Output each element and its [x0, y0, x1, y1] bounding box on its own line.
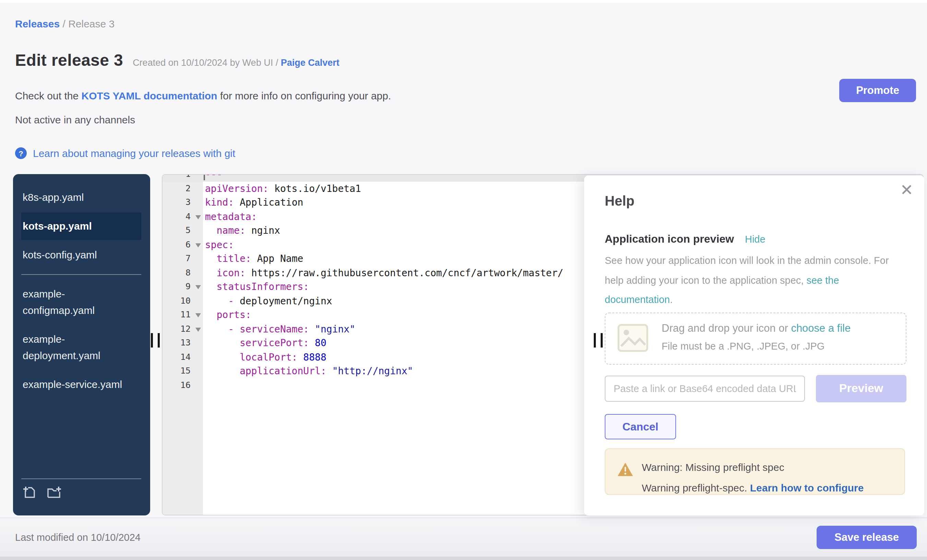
fold-arrow-icon[interactable]: [195, 215, 201, 219]
warning-title: Warning: Missing preflight spec: [642, 461, 784, 473]
file-tree-footer: [13, 478, 150, 516]
top-edge: [0, 0, 927, 3]
preflight-warning-banner: Warning: Missing preflight spec Warning …: [605, 448, 905, 495]
git-help-row: ? Learn about managing your releases wit…: [15, 147, 235, 159]
fold-arrow-icon[interactable]: [195, 327, 201, 331]
add-file-icon[interactable]: [23, 485, 37, 502]
file-tree-item-example-service.yaml[interactable]: example-service.yaml: [21, 371, 127, 398]
promote-button[interactable]: Promote: [839, 79, 916, 102]
title-row: Edit release 3Created on 10/10/2024 by W…: [15, 51, 339, 70]
breadcrumb: Releases / Release 3: [15, 18, 114, 29]
learn-how-to-configure-link[interactable]: Learn how to configure: [750, 482, 864, 493]
fold-arrow-icon[interactable]: [195, 243, 201, 247]
page-title: Edit release 3: [15, 51, 123, 69]
line-number: 7: [163, 252, 203, 266]
docs-hint-text: Check out the: [15, 90, 81, 102]
git-releases-link[interactable]: Learn about managing your releases with …: [33, 147, 235, 159]
choose-file-link[interactable]: choose a file: [791, 322, 851, 334]
file-tree-divider: [21, 274, 141, 275]
line-number: 2: [163, 181, 203, 195]
help-panel-title: Help: [605, 193, 635, 209]
fold-arrow-icon[interactable]: [195, 313, 201, 317]
question-mark-icon: ?: [15, 147, 27, 159]
line-number: 5: [163, 223, 203, 238]
save-release-button[interactable]: Save release: [817, 526, 917, 549]
image-placeholder-icon: [617, 323, 649, 355]
close-icon[interactable]: ✕: [900, 182, 913, 198]
created-text: Created on 10/10/2024 by Web UI /: [133, 58, 281, 68]
bottom-edge: [0, 557, 927, 560]
text-cursor: [204, 174, 205, 180]
warning-detail-text: Warning preflight-spec.: [642, 482, 750, 493]
file-tree-item-k8s-app.yaml[interactable]: k8s-app.yaml: [21, 184, 127, 211]
dropzone-file-hint: File must be a .PNG, .JPEG, or .JPG: [662, 341, 825, 352]
line-number: 9: [163, 280, 203, 294]
hide-link[interactable]: Hide: [745, 234, 766, 245]
icon-url-input[interactable]: [605, 376, 805, 402]
page: Releases / Release 3 Edit release 3Creat…: [0, 0, 927, 560]
warning-detail: Warning preflight-spec. Learn how to con…: [642, 482, 863, 493]
line-number: 8: [163, 266, 203, 280]
icon-preview-section-title: Application icon preview: [605, 233, 734, 245]
line-number: 1: [163, 174, 203, 181]
created-info: Created on 10/10/2024 by Web UI / Paige …: [133, 58, 339, 68]
description-period: .: [670, 294, 673, 305]
icon-dropzone[interactable]: Drag and drop your icon or choose a file…: [605, 313, 906, 365]
line-number: 12: [163, 322, 203, 336]
breadcrumb-current: Release 3: [68, 18, 114, 29]
channel-status: Not active in any channels: [15, 114, 135, 126]
line-number: 10: [163, 294, 203, 308]
dropzone-text: Drag and drop your icon or: [662, 322, 791, 334]
created-by-link[interactable]: Paige Calvert: [281, 58, 339, 68]
footer-bar: Last modified on 10/10/2024 Save release: [0, 518, 927, 560]
last-modified-text: Last modified on 10/10/2024: [15, 532, 141, 543]
file-tree-item-example-configmap.yaml[interactable]: example-configmap.yaml: [21, 280, 127, 324]
sidebar-resize-handle[interactable]: [151, 333, 160, 348]
file-tree-sidebar: k8s-app.yamlkots-app.yamlkots-config.yam…: [13, 174, 150, 516]
description-text: See how your application icon will look …: [605, 255, 889, 285]
file-list: k8s-app.yamlkots-app.yamlkots-config.yam…: [13, 174, 150, 398]
breadcrumb-link-releases[interactable]: Releases: [15, 18, 60, 29]
docs-hint-suffix: for more info on configuring your app.: [217, 90, 391, 102]
line-number: 16: [163, 378, 203, 392]
docs-hint: Check out the KOTS YAML documentation fo…: [15, 90, 391, 102]
file-tree-item-example-deployment.yaml[interactable]: example-deployment.yaml: [21, 326, 127, 369]
cancel-button[interactable]: Cancel: [605, 414, 676, 439]
line-number: 6: [163, 238, 203, 252]
line-number: 15: [163, 364, 203, 378]
breadcrumb-separator: /: [60, 18, 68, 29]
line-number: 11: [163, 308, 203, 322]
warning-triangle-icon: [617, 462, 634, 480]
fold-arrow-icon[interactable]: [195, 285, 201, 289]
line-number: 3: [163, 195, 203, 209]
kots-yaml-docs-link[interactable]: KOTS YAML documentation: [81, 90, 217, 102]
file-tree-item-kots-config.yaml[interactable]: kots-config.yaml: [21, 241, 127, 269]
line-number: 13: [163, 336, 203, 350]
help-panel-resize-handle[interactable]: [594, 333, 603, 348]
line-number: 4: [163, 209, 203, 223]
preview-button[interactable]: Preview: [816, 375, 906, 402]
help-panel: ✕ Help Application icon previewHide See …: [584, 176, 924, 516]
line-number: 14: [163, 350, 203, 364]
add-folder-icon[interactable]: [47, 485, 62, 502]
icon-preview-description: See how your application icon will look …: [605, 251, 904, 310]
file-tree-item-kots-app.yaml[interactable]: kots-app.yaml: [21, 212, 141, 240]
